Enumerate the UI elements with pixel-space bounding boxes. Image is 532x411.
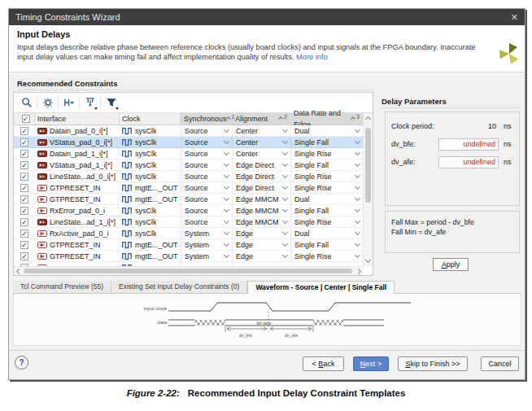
table-row[interactable]: ✓ Datain_pad_1_i[*] sysClk Source Center… [14,148,363,160]
scroll-down-icon[interactable] [365,257,371,263]
column-header-interface[interactable]: Interface [35,113,120,125]
select-all-checkbox[interactable]: ✓ [22,115,30,123]
column-header-synchronous[interactable]: Synchronous1 [181,113,232,125]
cancel-button[interactable]: Cancel [481,356,519,371]
synchronous-select[interactable]: Source [181,216,232,227]
row-checkbox[interactable]: ✓ [20,195,28,203]
divider [37,96,37,109]
alignment-select[interactable]: Edge Direct [232,160,290,170]
data-rate-select[interactable]: Single Fall [290,137,363,147]
row-checkbox[interactable]: ✓ [20,173,28,181]
row-checkbox[interactable]: ✓ [20,138,28,146]
chevron-down-icon [282,218,288,224]
synchronous-select[interactable]: Source [181,194,232,204]
tab-tcl-command-preview[interactable]: Tcl Command Preview (55) [13,281,111,293]
synchronous-select[interactable]: Source [181,160,232,170]
apply-button[interactable]: Apply [433,258,469,271]
alignment-select[interactable]: Edge [232,239,290,250]
column-header-alignment[interactable]: Alignment2 [232,113,290,125]
data-rate-select[interactable]: Single Fall [290,205,363,216]
alignment-select[interactable]: Edge MMCM [232,216,290,227]
row-checkbox[interactable]: ✓ [20,218,28,226]
fit-to-selection-icon[interactable] [62,96,76,110]
synchronous-select[interactable]: System [181,228,232,238]
synchronous-select[interactable]: System [181,251,232,261]
data-rate-select[interactable]: Dual [290,228,363,238]
row-checkbox[interactable]: ✓ [20,230,28,238]
alignment-select[interactable]: Center [232,148,290,159]
filter-icon[interactable] [104,96,118,110]
chevron-down-icon [355,207,360,212]
chevron-down-icon [224,161,229,167]
settings-icon[interactable] [41,96,55,110]
alignment-select[interactable]: Edge [232,251,290,261]
table-row[interactable]: ✓ GTPRESET_IN mgtE..._OUT Source Edge MM… [14,194,363,205]
table-row[interactable]: ✓ GTPRESET_IN mgtE..._OUT System Edge Si… [14,251,363,262]
table-row[interactable]: ✓ RxError_pad_0_i sysClk Source Edge MMC… [14,205,363,216]
help-button[interactable]: ? [15,356,28,369]
row-checkbox[interactable]: ✓ [20,161,28,169]
table-row[interactable]: ✓ GTPRESET_IN mgtE..._OUT System Edge Si… [14,239,363,251]
data-rate-select[interactable]: Dual [290,194,363,204]
dv-afe-input[interactable] [438,156,499,168]
row-checkbox[interactable]: ✓ [20,150,28,158]
tab-existing-constraints[interactable]: Existing Set Input Delay Constraints (0) [111,281,247,293]
data-rate-select[interactable]: Single Rise [290,171,363,181]
alignment-select[interactable]: Edge MMCM [232,194,290,204]
synchronous-select[interactable]: Source [181,137,232,147]
scroll-right-icon[interactable] [355,269,361,274]
data-rate-select[interactable]: Dual [290,125,363,136]
synchronous-select[interactable]: Source [181,182,232,193]
table-row[interactable]: ✓ Datain_pad_0_i[*] sysClk Source Center… [14,125,363,137]
alignment-select[interactable]: Edge Direct [232,171,290,181]
row-checkbox[interactable]: ✓ [20,207,28,215]
data-rate-select[interactable]: Single Rise [290,182,363,193]
table-row[interactable]: ✓ VStatus_pad_0_i[*] sysClk Source Cente… [14,137,363,148]
alignment-select[interactable]: Center [232,125,290,136]
alignment-select[interactable]: Edge [232,228,290,238]
row-checkbox[interactable]: ✓ [20,252,28,260]
row-checkbox[interactable]: ✓ [20,127,28,135]
group-options-icon[interactable] [83,96,97,110]
synchronous-select[interactable]: System [181,239,232,250]
close-icon[interactable]: ✕ [511,12,518,23]
alignment-select[interactable]: Edge MMCM [232,205,290,216]
data-rate-select[interactable]: Single Fall [290,160,363,170]
data-rate-select[interactable]: Single Rise [290,251,363,261]
alignment-select[interactable]: Edge Direct [232,182,290,193]
search-icon[interactable] [20,96,33,110]
table-row[interactable]: ✓ LineState...ad_1_i[*] sysClk Source Ed… [14,216,363,228]
data-rate-select[interactable]: Single Rise [290,216,363,227]
next-button[interactable]: Next > [353,356,389,371]
vertical-scrollbar[interactable] [363,113,373,266]
table-row[interactable]: ✓ VStatus_pad_1_i[*] sysClk Source Edge … [14,160,363,171]
tab-waveform[interactable]: Waveform - Source | Center | Single Fall [247,281,395,294]
table-row[interactable]: ✓ RxActive_pad_0_i sysClk System Edge Du… [14,228,363,239]
back-button[interactable]: < Back [303,356,344,371]
row-checkbox[interactable]: ✓ [20,184,28,192]
synchronous-select[interactable]: Source [181,205,232,216]
row-checkbox[interactable]: ✓ [20,241,28,249]
column-header-clock[interactable]: Clock [120,113,181,125]
table-row[interactable]: ✓ LineState...ad_0_i[*] sysClk Source Ed… [14,171,363,182]
alignment-select[interactable]: Center [232,137,290,147]
chevron-down-icon [224,150,229,155]
data-rate-select[interactable]: Single Fall [290,239,363,250]
more-info-link[interactable]: More info [296,53,328,61]
column-header-data-rate[interactable]: Data Rate and Edge3 [290,113,363,125]
synchronous-select[interactable]: Source [181,148,232,159]
dv-bfe-input[interactable] [438,138,499,151]
divider [58,96,59,109]
synchronous-select[interactable]: Source [181,125,232,136]
table-row[interactable]: ✓ GTPRESET_IN mgtE..._OUT Source Edge Di… [14,182,363,194]
horizontal-scrollbar[interactable] [14,266,364,275]
window-titlebar[interactable]: Timing Constraints Wizard ✕ [9,9,525,25]
synchronous-select[interactable]: Source [181,171,232,181]
skip-to-finish-button[interactable]: Skip to Finish >> [398,356,468,371]
scroll-left-icon[interactable] [16,269,22,274]
vertical-scroll-thumb[interactable] [365,128,371,203]
data-rate-select[interactable]: Single Rise [290,148,363,159]
delay-parameters-title: Delay Parameters [382,97,447,106]
horizontal-scroll-thumb[interactable] [24,269,352,273]
scroll-up-icon[interactable] [365,116,371,122]
